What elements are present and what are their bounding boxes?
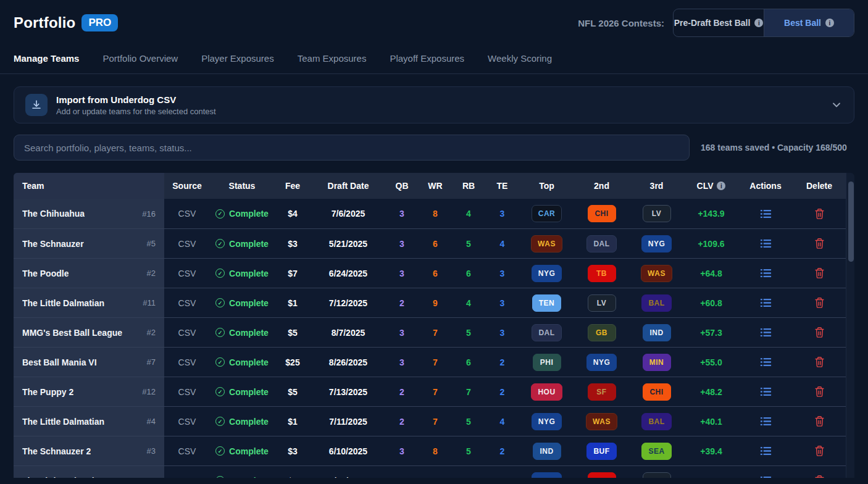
nfl-team-badge-lv: LV [588,294,616,312]
actions-list-icon[interactable] [760,297,772,309]
top-team-cell: IND [519,436,574,465]
top-team-cell: TEN [519,288,574,317]
delete-trash-icon[interactable] [814,238,825,249]
search-input[interactable] [14,135,690,161]
delete-trash-icon[interactable] [814,327,825,338]
status-label: Complete [229,239,269,249]
fee-cell: $5 [274,318,311,347]
qb-count-cell: 3 [385,259,419,288]
team-rank: #12 [142,387,156,396]
delete-trash-icon[interactable] [814,267,825,279]
second-team-cell: GB [574,318,629,347]
tab-player-exposures[interactable]: Player Exposures [201,48,274,73]
wr-count-cell: 8 [419,436,452,465]
te-count-cell: 2 [485,377,519,406]
team-name: The Little Dalmatian [22,476,104,478]
status-badge: ✓Complete [210,288,274,317]
second-team-cell: NYG [574,348,629,377]
top-team-cell: PHI [519,348,574,377]
table-scrollbar[interactable] [846,173,854,478]
rb-count-cell: 4 [452,199,485,228]
team-name: The Little Dalmatian [22,298,104,308]
import-texts: Import from Underdog CSV Add or update t… [56,94,830,116]
table-row[interactable]: The Poodle#2CSV✓Complete$76/24/20253663N… [14,258,846,288]
third-team-cell: LV [629,466,684,478]
draft-date-cell: 7/10/2025 [311,466,385,478]
nfl-team-badge-lv: LV [643,205,671,222]
contest-button-label: Best Ball [784,18,821,28]
second-team-cell: CHI [574,199,629,228]
status-badge: ✓Complete [210,377,274,406]
nfl-team-badge-phi: PHI [533,354,561,371]
column-header-label: WR [428,181,442,191]
team-rank: #16 [142,209,156,219]
actions-list-icon[interactable] [760,267,772,279]
qb-count-cell: 2 [385,377,419,406]
tab-portfolio-overview[interactable]: Portfolio Overview [102,48,178,73]
brand: Portfolio PRO [14,14,118,31]
contest-button-pre-draft-best-ball[interactable]: Pre-Draft Best Balli [674,9,764,36]
te-count-cell: 3 [485,199,519,228]
table-row[interactable]: The Puppy 2#12CSV✓Complete$57/13/2025277… [14,377,846,406]
column-header-label: CLV [697,181,714,191]
source-cell: CSV [164,348,210,377]
team-rank: #2 [147,328,156,337]
column-header-label: Top [539,181,554,191]
rb-count-cell: 5 [452,229,485,258]
actions-list-icon[interactable] [760,386,772,398]
wr-count-cell: 7 [419,318,452,347]
table-row[interactable]: The Little Dalmatian#6CSV✓Complete$17/10… [14,465,846,478]
rb-count-cell: 6 [452,259,485,288]
chevron-down-icon[interactable] [830,99,843,111]
wr-count-cell: 7 [419,377,452,406]
actions-list-icon[interactable] [760,238,772,249]
table-row[interactable]: The Chihuahua#16CSV✓Complete$47/6/202538… [14,199,846,228]
table-row[interactable]: MMG's Best Ball League#2CSV✓Complete$58/… [14,317,846,347]
actions-list-icon[interactable] [760,327,772,338]
contest-button-best-ball[interactable]: Best Balli [764,9,854,36]
teams-table: TeamSourceStatusFeeDraft DateQBWRRBTETop… [14,173,854,478]
nfl-team-badge-tb: TB [588,472,616,478]
status-badge: ✓Complete [210,259,274,288]
delete-trash-icon[interactable] [814,475,825,478]
team-cell: The Poodle#2 [14,259,164,288]
tab-team-exposures[interactable]: Team Exposures [298,48,367,73]
table-row[interactable]: Best Ball Mania VI#7CSV✓Complete$258/26/… [14,347,846,377]
team-rank: #2 [147,269,156,278]
fee-cell: $25 [274,348,311,377]
delete-trash-icon[interactable] [814,415,825,427]
actions-list-icon[interactable] [760,356,772,368]
actions-list-icon[interactable] [760,208,772,220]
status-label: Complete [229,269,269,278]
actions-list-icon[interactable] [760,415,772,427]
contest-area: NFL 2026 Contests: Pre-Draft Best BalliB… [578,9,854,37]
status-label: Complete [229,357,269,367]
nfl-team-badge-tb: TB [588,265,616,282]
team-rank: #3 [147,446,156,456]
delete-trash-icon[interactable] [814,445,825,457]
te-count-cell: 2 [485,436,519,465]
delete-trash-icon[interactable] [814,386,825,398]
nfl-team-badge-sf: SF [588,383,616,401]
tab-manage-teams[interactable]: Manage Teams [14,48,79,73]
delete-trash-icon[interactable] [814,297,825,309]
tab-weekly-scoring[interactable]: Weekly Scoring [488,48,552,73]
table-row[interactable]: The Schnauzer 2#3CSV✓Complete$36/10/2025… [14,436,846,465]
delete-trash-icon[interactable] [814,356,825,368]
team-rank: #5 [147,239,156,248]
actions-list-icon[interactable] [760,475,772,478]
import-banner[interactable]: Import from Underdog CSV Add or update t… [14,86,854,123]
tab-playoff-exposures[interactable]: Playoff Exposures [390,48,464,73]
table-row[interactable]: The Schnauzer#5CSV✓Complete$35/21/202536… [14,228,846,258]
clv-cell: +109.6 [684,229,738,258]
delete-trash-icon[interactable] [814,208,825,220]
team-name: The Poodle [22,269,69,278]
nfl-team-badge-buf: BUF [586,443,616,460]
team-name: The Puppy 2 [22,387,73,397]
info-icon: i [754,19,763,27]
table-row[interactable]: The Little Dalmatian#11CSV✓Complete$17/1… [14,288,846,317]
scrollbar-thumb[interactable] [848,182,854,262]
team-cell: The Schnauzer 2#3 [14,436,164,465]
table-row[interactable]: The Little Dalmatian#4CSV✓Complete$17/11… [14,406,846,436]
actions-list-icon[interactable] [760,445,772,457]
